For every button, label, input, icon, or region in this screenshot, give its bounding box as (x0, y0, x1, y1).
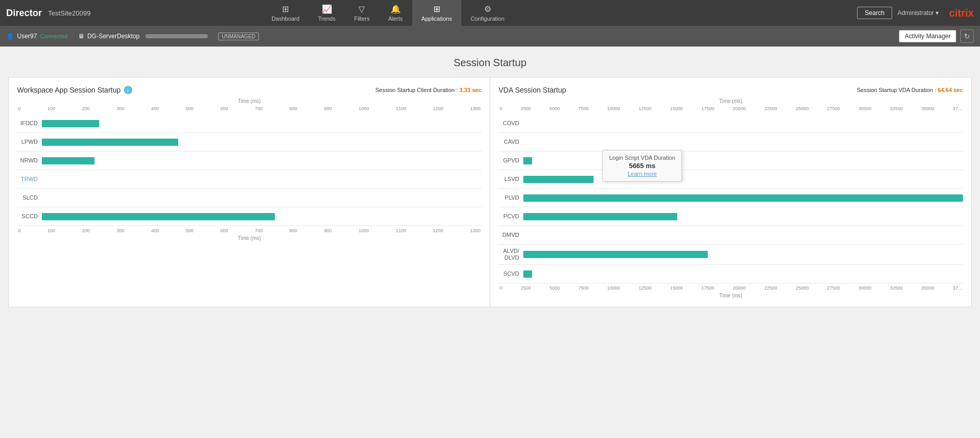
bar-fill-gpvd (523, 157, 532, 164)
right-x-label: Time (ms) (499, 98, 963, 104)
applications-icon: ⊞ (433, 4, 440, 14)
citrix-logo: citrix (949, 7, 974, 19)
right-x-bottom-label: Time (ms) (499, 293, 963, 298)
bar-track-nrwd (42, 157, 481, 164)
bar-track-lpwd (42, 139, 481, 146)
bar-label-ifdcd: IFDCD (17, 120, 42, 127)
admin-menu[interactable]: Administrator ▾ (897, 9, 939, 17)
configuration-icon: ⚙ (484, 4, 491, 14)
tooltip-value: 5665 ms (609, 162, 675, 170)
bar-track-trwd (42, 176, 481, 183)
bar-label-dmvd: DMVD (499, 232, 523, 238)
left-panel-title: Workspace App Session Startup i (17, 86, 132, 94)
left-panel-header: Workspace App Session Startup i Session … (17, 86, 481, 94)
left-chart-area: Time (ms) 0 100 200 300 400 500 600 700 … (17, 98, 481, 241)
bar-row-slcd: SLCD (17, 189, 481, 207)
bar-row-nrwd: NRWD (17, 152, 481, 170)
bar-track-lsvd: Login Script VDA Duration 5665 ms Learn … (523, 176, 963, 183)
unmanaged-badge: UNMANAGED (218, 33, 259, 40)
bar-fill-scvd (523, 270, 532, 278)
left-x-label: Time (ms) (17, 98, 481, 104)
user-info: 👤 User97 Connected (6, 33, 68, 40)
left-x-ticks: 0 100 200 300 400 500 600 700 800 900 10… (17, 106, 481, 111)
nav-alerts-label: Alerts (388, 16, 402, 22)
bar-fill-lpwd (42, 139, 178, 146)
left-x-ticks-bottom: 0 100 200 300 400 500 600 700 800 900 10… (17, 228, 481, 233)
bar-row-lpwd: LPWD (17, 133, 481, 152)
site-name: TestSite20099 (48, 9, 90, 17)
nav-applications[interactable]: ⊞ Applications (412, 0, 461, 26)
brand-logo: Director (6, 8, 42, 19)
bar-track-slcd (42, 194, 481, 202)
bar-fill-ifdcd (42, 120, 99, 127)
bar-label-nrwd: NRWD (17, 157, 42, 164)
left-chart-panel: Workspace App Session Startup i Session … (9, 78, 490, 307)
connection-status: Connected (40, 33, 68, 39)
machine-icon: 🖥 (78, 33, 84, 40)
main-content: Session Startup Workspace App Session St… (0, 47, 980, 318)
alerts-icon: 🔔 (391, 4, 401, 14)
page-title: Session Startup (8, 57, 972, 69)
right-duration: Session Startup VDA Duration : 64.64 sec (857, 87, 963, 93)
trwd-link[interactable]: TRWD (21, 176, 38, 182)
bar-label-lsvd: LSVD (499, 176, 523, 183)
bar-track-sccd (42, 213, 481, 220)
nav-right-section: Search Administrator ▾ citrix (857, 7, 974, 19)
bar-row-alvd-dlvd: ALVD/DLVD (499, 245, 963, 265)
top-navigation: Director TestSite20099 ⊞ Dashboard 📈 Tre… (0, 0, 980, 26)
nav-trends-label: Trends (318, 16, 336, 22)
secbar-right: Activity Manager ↻ (899, 29, 974, 43)
charts-container: Workspace App Session Startup i Session … (8, 77, 972, 307)
nav-configuration-label: Configuration (471, 16, 504, 22)
bar-track-ifdcd (42, 120, 481, 127)
tooltip-title: Login Script VDA Duration (609, 155, 675, 161)
bar-label-plvd: PLVD (499, 194, 523, 201)
lsvd-tooltip: Login Script VDA Duration 5665 ms Learn … (602, 150, 682, 182)
bar-row-ifdcd: IFDCD (17, 114, 481, 133)
bar-label-scvd: SCVD (499, 270, 523, 277)
nav-trends[interactable]: 📈 Trends (309, 0, 345, 26)
nav-dashboard-label: Dashboard (272, 16, 300, 22)
bar-label-alvd-dlvd: ALVD/DLVD (499, 248, 523, 261)
nav-applications-label: Applications (422, 16, 452, 22)
bar-track-cavd (523, 139, 963, 146)
nav-configuration[interactable]: ⚙ Configuration (461, 0, 514, 26)
user-icon: 👤 (6, 33, 14, 40)
bar-label-gpvd: GPVD (499, 157, 523, 164)
bar-row-cavd: CAVD (499, 133, 963, 152)
bar-row-dmvd: DMVD (499, 226, 963, 245)
right-chart-panel: VDA Session Startup Session Startup VDA … (490, 78, 971, 307)
nav-dashboard[interactable]: ⊞ Dashboard (262, 0, 309, 26)
machine-name: DG-ServerDesktop (87, 33, 139, 40)
bar-track-pcvd (523, 213, 963, 220)
secondary-bar: 👤 User97 Connected 🖥 DG-ServerDesktop UN… (0, 26, 980, 47)
refresh-button[interactable]: ↻ (960, 29, 974, 43)
nav-menu: ⊞ Dashboard 📈 Trends ▽ Filters 🔔 Alerts … (262, 0, 514, 26)
bar-label-covd: COVD (499, 120, 523, 127)
right-panel-header: VDA Session Startup Session Startup VDA … (499, 86, 963, 94)
nav-alerts[interactable]: 🔔 Alerts (379, 0, 412, 26)
nav-filters-label: Filters (354, 16, 369, 22)
bar-label-pcvd: PCVD (499, 213, 523, 220)
tooltip-learn-more-link[interactable]: Learn more (609, 171, 675, 177)
bar-row-sccd: SCCD (17, 207, 481, 226)
left-x-bottom-label: Time (ms) (17, 235, 481, 241)
machine-info: 🖥 DG-ServerDesktop UNMANAGED (78, 33, 259, 40)
left-duration: Session Startup Client Duration : 3.33 s… (376, 87, 481, 93)
bar-fill-pcvd (523, 213, 677, 220)
search-button[interactable]: Search (857, 7, 892, 19)
bar-fill-sccd (42, 213, 275, 220)
info-icon[interactable]: i (124, 86, 132, 94)
bar-label-trwd: TRWD (17, 176, 42, 183)
bar-fill-nrwd (42, 157, 95, 164)
right-x-ticks: 0 2500 5000 7500 10000 12500 15000 17500… (499, 106, 963, 111)
bar-track-scvd (523, 270, 963, 278)
bar-label-slcd: SLCD (17, 194, 42, 201)
nav-filters[interactable]: ▽ Filters (345, 0, 379, 26)
bar-row-pcvd: PCVD (499, 207, 963, 226)
bar-track-covd (523, 120, 963, 127)
filters-icon: ▽ (359, 4, 365, 14)
activity-manager-button[interactable]: Activity Manager (899, 30, 956, 42)
bar-label-sccd: SCCD (17, 213, 42, 220)
bar-track-alvd-dlvd (523, 251, 963, 258)
